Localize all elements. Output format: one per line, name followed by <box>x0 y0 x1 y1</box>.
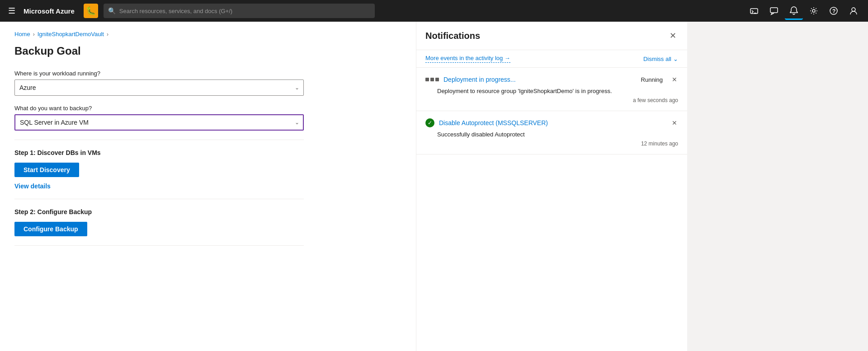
cloud-shell-icon[interactable] <box>745 2 763 20</box>
notifications-title: Notifications <box>425 31 480 41</box>
step1-section: Step 1: Discover DBs in VMs Start Discov… <box>14 149 401 190</box>
step2-section: Step 2: Configure Backup Configure Backu… <box>14 208 401 236</box>
notif-item-1-header: Deployment in progress... Running ✕ <box>425 75 678 84</box>
more-events-link[interactable]: More events in the activity log → <box>425 55 510 63</box>
step2-title: Step 2: Configure Backup <box>14 208 401 215</box>
breadcrumb-vault[interactable]: IgniteShopkartDemoVault <box>38 31 104 37</box>
svg-point-3 <box>812 9 815 12</box>
backup-type-section: What do you want to backup? SQL Server i… <box>14 105 401 131</box>
search-icon: 🔍 <box>108 7 116 14</box>
notif-item-2-header: ✓ Disable Autoprotect (MSSQLSERVER) ✕ <box>425 118 678 127</box>
divider-2 <box>14 199 304 199</box>
search-bar[interactable]: 🔍 <box>104 4 375 18</box>
notif-item-2-title[interactable]: Disable Autoprotect (MSSQLSERVER) <box>439 119 548 126</box>
topbar-icons: ? <box>745 2 863 20</box>
view-details-link[interactable]: View details <box>14 183 51 190</box>
notif-item-1-status: Running <box>641 76 663 83</box>
notif-item-1-desc: Deployment to resource group 'IgniteShop… <box>437 88 678 94</box>
notif-item-1-title[interactable]: Deployment in progress... <box>443 76 516 83</box>
left-content: Home › IgniteShopkartDemoVault › Backup … <box>0 22 416 351</box>
notifications-icon[interactable] <box>785 2 803 20</box>
hamburger-icon[interactable]: ☰ <box>5 3 18 19</box>
settings-icon[interactable] <box>805 2 823 20</box>
workload-section: Where is your workload running? Azure On… <box>14 70 401 96</box>
account-icon[interactable] <box>844 2 863 20</box>
feedback-icon[interactable] <box>765 2 783 20</box>
breadcrumb-home[interactable]: Home <box>14 31 30 37</box>
status-dot-2 <box>430 78 434 81</box>
backup-type-label: What do you want to backup? <box>14 105 401 112</box>
backup-type-select[interactable]: SQL Server in Azure VM Azure Virtual Mac… <box>14 114 304 131</box>
search-input[interactable] <box>119 8 370 14</box>
topbar: ☰ Microsoft Azure 🐛 🔍 ? <box>0 0 868 22</box>
help-icon[interactable]: ? <box>825 2 843 20</box>
step1-title: Step 1: Discover DBs in VMs <box>14 149 401 156</box>
page-title: Backup Goal <box>14 45 401 57</box>
notif-item-1-close[interactable]: ✕ <box>671 75 678 84</box>
breadcrumb: Home › IgniteShopkartDemoVault › <box>14 31 401 37</box>
notif-item-2-desc: Successfully disabled Autoprotect <box>437 131 678 138</box>
divider-3 <box>14 245 304 246</box>
dismiss-all-button[interactable]: Dismiss all ⌄ <box>643 56 678 62</box>
workload-select-wrapper[interactable]: Azure On-Premises ⌄ <box>14 80 304 96</box>
running-status-icon <box>425 78 439 81</box>
notif-item-2-close[interactable]: ✕ <box>671 118 678 127</box>
svg-rect-2 <box>770 8 778 13</box>
notification-item-1: Deployment in progress... Running ✕ Depl… <box>416 68 687 111</box>
main-layout: Home › IgniteShopkartDemoVault › Backup … <box>0 22 868 351</box>
status-dot-3 <box>435 78 439 81</box>
workload-select[interactable]: Azure On-Premises <box>14 80 304 96</box>
start-discovery-button[interactable]: Start Discovery <box>14 163 79 177</box>
dismiss-all-label: Dismiss all <box>643 56 671 62</box>
notif-item-1-time: a few seconds ago <box>425 97 678 103</box>
brand-name: Microsoft Azure <box>24 7 75 15</box>
divider-1 <box>14 140 304 140</box>
svg-point-6 <box>852 8 855 11</box>
backup-type-select-wrapper[interactable]: SQL Server in Azure VM Azure Virtual Mac… <box>14 114 304 131</box>
dismiss-all-chevron: ⌄ <box>673 56 678 62</box>
bug-icon[interactable]: 🐛 <box>84 4 98 18</box>
notification-item-2: ✓ Disable Autoprotect (MSSQLSERVER) ✕ Su… <box>416 111 687 154</box>
configure-backup-button[interactable]: Configure Backup <box>14 222 87 236</box>
workload-label: Where is your workload running? <box>14 70 401 77</box>
notifications-panel: Notifications ✕ More events in the activ… <box>416 22 687 351</box>
status-dot-1 <box>425 78 429 81</box>
notifications-header: Notifications ✕ <box>416 22 687 50</box>
success-icon: ✓ <box>425 118 434 127</box>
breadcrumb-sep-1: › <box>33 31 35 37</box>
notifications-toolbar: More events in the activity log → Dismis… <box>416 50 687 68</box>
notifications-close-button[interactable]: ✕ <box>668 29 678 42</box>
breadcrumb-sep-2: › <box>107 31 108 37</box>
svg-text:?: ? <box>832 8 835 14</box>
notif-item-2-time: 12 minutes ago <box>425 140 678 147</box>
